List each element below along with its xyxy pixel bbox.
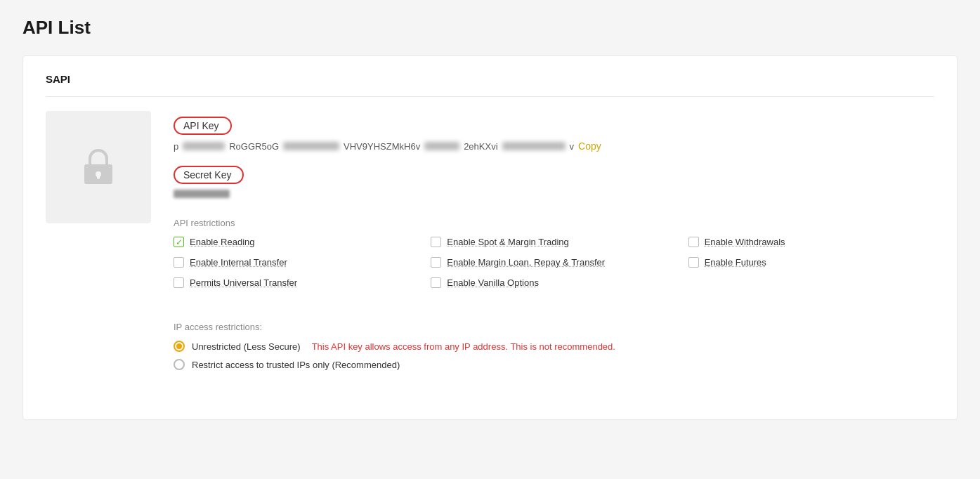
restrictions-grid-empty (688, 277, 934, 288)
ip-label-restrict: Restrict access to trusted IPs only (Rec… (192, 360, 400, 370)
secret-key-blur (174, 190, 230, 198)
restriction-label-enable-withdrawals: Enable Withdrawals (705, 237, 785, 247)
api-key-blur-4 (502, 142, 566, 150)
checkmark-enable-reading: ✓ (176, 238, 183, 247)
restrictions-section: API restrictions ✓ Enable Reading Enable… (174, 218, 934, 288)
api-key-text-2: VHV9YHSZMkH6v (344, 141, 420, 152)
restriction-item-enable-withdrawals: Enable Withdrawals (688, 237, 934, 247)
section-label: SAPI (46, 73, 934, 97)
checkbox-enable-reading[interactable]: ✓ (174, 237, 184, 247)
restriction-label-enable-internal-transfer: Enable Internal Transfer (190, 257, 287, 268)
lock-icon-box (46, 111, 151, 223)
radio-unrestricted-inner (176, 343, 182, 349)
secret-key-value-row (174, 190, 934, 198)
api-key-text-1: RoGGR5oG (229, 141, 279, 152)
ip-access-title: IP access restrictions: (174, 322, 934, 332)
page-title: API List (22, 17, 958, 39)
restriction-label-enable-margin-loan: Enable Margin Loan, Repay & Transfer (447, 257, 605, 268)
secret-key-section: Secret Key (174, 166, 934, 198)
restriction-item-enable-margin-loan: Enable Margin Loan, Repay & Transfer (431, 257, 677, 268)
key-details: API Key p RoGGR5oG VHV9YHSZMkH6v 2ehKXvi… (174, 111, 934, 377)
api-key-label-wrapper: API Key (174, 117, 934, 135)
api-key-value-row: p RoGGR5oG VHV9YHSZMkH6v 2ehKXvi v Copy (174, 140, 934, 152)
checkbox-permits-universal-transfer[interactable] (174, 277, 184, 288)
restriction-label-permits-universal-transfer: Permits Universal Transfer (190, 277, 297, 288)
restrictions-title: API restrictions (174, 218, 934, 228)
checkbox-enable-spot-margin[interactable] (431, 237, 441, 247)
restrictions-grid: ✓ Enable Reading Enable Spot & Margin Tr… (174, 237, 934, 288)
svg-rect-2 (97, 174, 100, 179)
checkbox-enable-vanilla-options[interactable] (431, 277, 441, 288)
ip-option-unrestricted: Unrestricted (Less Secure) This API key … (174, 341, 934, 352)
restriction-item-enable-vanilla-options: Enable Vanilla Options (431, 277, 677, 288)
api-key-blur-3 (424, 142, 459, 150)
ip-option-restrict: Restrict access to trusted IPs only (Rec… (174, 359, 934, 370)
secret-key-label: Secret Key (174, 166, 244, 184)
restriction-label-enable-reading: Enable Reading (190, 237, 255, 247)
radio-restrict[interactable] (174, 359, 185, 370)
restriction-label-enable-vanilla-options: Enable Vanilla Options (447, 277, 539, 288)
restriction-item-enable-reading: ✓ Enable Reading (174, 237, 419, 247)
api-key-text-3: 2ehKXvi (464, 141, 497, 152)
api-key-blur-2 (283, 142, 339, 150)
secret-key-label-wrapper: Secret Key (174, 166, 934, 184)
api-key-partial-start: p (174, 141, 178, 152)
api-key-blur-1 (183, 142, 225, 150)
lock-icon (81, 147, 115, 187)
checkbox-enable-withdrawals[interactable] (688, 237, 699, 247)
copy-button[interactable]: Copy (578, 140, 601, 152)
main-card: SAPI API Key p (22, 55, 958, 420)
restriction-item-enable-spot-margin: Enable Spot & Margin Trading (431, 237, 677, 247)
restriction-item-permits-universal-transfer: Permits Universal Transfer (174, 277, 419, 288)
checkbox-enable-internal-transfer[interactable] (174, 257, 184, 268)
checkbox-enable-margin-loan[interactable] (431, 257, 441, 268)
api-key-section: API Key p RoGGR5oG VHV9YHSZMkH6v 2ehKXvi… (174, 117, 934, 152)
restriction-item-enable-futures: Enable Futures (688, 257, 934, 268)
checkbox-enable-futures[interactable] (688, 257, 699, 268)
restriction-item-enable-internal-transfer: Enable Internal Transfer (174, 257, 419, 268)
restriction-label-enable-spot-margin: Enable Spot & Margin Trading (447, 237, 568, 247)
ip-access-section: IP access restrictions: Unrestricted (Le… (174, 322, 934, 377)
ip-label-unrestricted: Unrestricted (Less Secure) (192, 341, 301, 352)
api-key-label: API Key (174, 117, 232, 135)
ip-warning-unrestricted: This API key allows access from any IP a… (312, 341, 615, 352)
api-key-text-4: v (570, 141, 575, 152)
restriction-label-enable-futures: Enable Futures (705, 257, 766, 268)
page-container: API List SAPI API Key (0, 0, 980, 437)
radio-unrestricted[interactable] (174, 341, 185, 352)
api-info-row: API Key p RoGGR5oG VHV9YHSZMkH6v 2ehKXvi… (46, 111, 934, 377)
